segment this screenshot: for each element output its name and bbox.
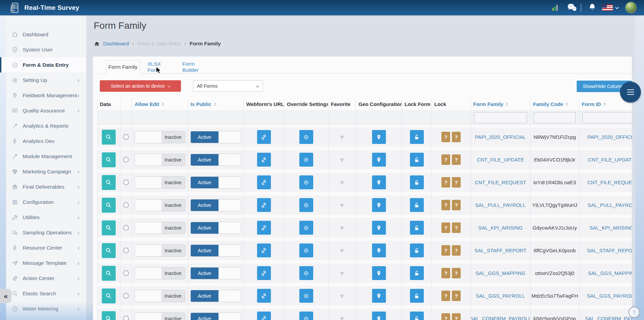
- sidebar-item-utilities[interactable]: Utilities‹: [0, 210, 86, 225]
- override-settings-button[interactable]: [299, 198, 313, 212]
- form-family-link[interactable]: PAPI_2020_OFFICIAL: [475, 134, 526, 140]
- allow-edit-toggle[interactable]: Inactive: [135, 290, 185, 302]
- form-family-link[interactable]: SAL_PULL_PAYROLL: [475, 202, 526, 208]
- allow-edit-toggle[interactable]: Inactive: [135, 244, 185, 257]
- favorite-heart-icon[interactable]: ♥: [340, 133, 344, 141]
- lock-question-button[interactable]: ?: [441, 268, 450, 278]
- override-settings-button[interactable]: [299, 175, 313, 189]
- is-public-toggle[interactable]: Active: [190, 131, 241, 143]
- row-select-radio[interactable]: [123, 202, 129, 208]
- favorite-heart-icon[interactable]: ♥: [340, 201, 344, 209]
- tab-xlsx-form[interactable]: XLSX Form: [147, 60, 171, 74]
- is-public-toggle[interactable]: Active: [190, 244, 241, 257]
- row-data-search-button[interactable]: [102, 243, 116, 258]
- geo-configuration-button[interactable]: [372, 266, 386, 280]
- allow-edit-toggle[interactable]: Inactive: [135, 199, 185, 211]
- geo-configuration-button[interactable]: [372, 153, 386, 167]
- lock-question-button[interactable]: ?: [441, 132, 450, 142]
- geo-configuration-button[interactable]: [372, 289, 386, 303]
- lock-form-button[interactable]: [410, 221, 424, 235]
- row-select-radio[interactable]: [123, 316, 129, 320]
- is-public-toggle[interactable]: Active: [190, 313, 241, 320]
- sidebar-item-marketing-campaign[interactable]: Marketing Campaign‹: [0, 164, 86, 179]
- webform-url-button[interactable]: [257, 175, 271, 189]
- lock-form-button[interactable]: [410, 312, 424, 320]
- override-settings-button[interactable]: [299, 243, 313, 257]
- forms-filter-select[interactable]: All Forms: [193, 80, 263, 92]
- lock-form-button[interactable]: [410, 266, 424, 280]
- favorite-heart-icon[interactable]: ♥: [340, 270, 344, 277]
- override-settings-button[interactable]: [299, 221, 313, 235]
- scroll-to-top-button[interactable]: ↑: [628, 306, 640, 318]
- lock-question-button[interactable]: ?: [452, 291, 461, 301]
- row-select-radio[interactable]: [123, 248, 129, 253]
- override-settings-button[interactable]: [299, 289, 313, 303]
- favorite-heart-icon[interactable]: ♥: [340, 156, 344, 163]
- sidebar-item-module-management[interactable]: Module Management: [0, 149, 86, 164]
- row-select-radio[interactable]: [123, 225, 129, 231]
- sidebar-item-sampling-operations[interactable]: Sampling Operations‹: [0, 225, 86, 240]
- row-select-radio[interactable]: [123, 179, 129, 185]
- form-family-link[interactable]: CNT_FILE_UPDATE: [477, 157, 524, 163]
- allow-edit-toggle[interactable]: Inactive: [135, 176, 185, 189]
- filter-input-form-id[interactable]: [582, 112, 632, 123]
- is-public-toggle[interactable]: Active: [190, 199, 241, 211]
- row-data-search-button[interactable]: [102, 175, 116, 190]
- webform-url-button[interactable]: [257, 198, 271, 212]
- row-data-search-button[interactable]: [102, 152, 116, 167]
- sidebar-item-final-deliverables[interactable]: Final Deliverables‹: [0, 179, 86, 194]
- row-select-radio[interactable]: [123, 157, 129, 163]
- form-family-link[interactable]: SAL_GGS_PAYROLL: [476, 293, 525, 299]
- lock-question-button[interactable]: ?: [441, 154, 450, 165]
- override-settings-button[interactable]: [299, 130, 313, 144]
- form-id-link[interactable]: CNT_FILE_REQUEST: [587, 179, 632, 185]
- form-id-link[interactable]: SAL_STAFF_REPORT: [587, 248, 632, 253]
- lock-question-button[interactable]: ?: [452, 222, 461, 233]
- is-public-toggle[interactable]: Active: [190, 222, 241, 234]
- form-id-link[interactable]: SAL_KPI_ARISING_: [589, 225, 632, 231]
- form-family-link[interactable]: SAL_KPI_ARISING: [478, 225, 523, 231]
- lock-question-button[interactable]: ?: [452, 313, 461, 320]
- lock-form-button[interactable]: [410, 243, 424, 257]
- lock-question-button[interactable]: ?: [452, 200, 461, 210]
- geo-configuration-button[interactable]: [372, 243, 386, 257]
- row-data-search-button[interactable]: [102, 220, 116, 235]
- webform-url-button[interactable]: [257, 130, 271, 144]
- lock-question-button[interactable]: ?: [441, 177, 450, 188]
- form-id-link[interactable]: SAL_CONFIRM_PAYRO: [585, 316, 632, 320]
- row-data-search-button[interactable]: [102, 289, 116, 303]
- geo-configuration-button[interactable]: [372, 198, 386, 212]
- row-data-search-button[interactable]: [102, 198, 116, 213]
- row-select-radio[interactable]: [123, 134, 129, 140]
- sidebar-item-setting-up[interactable]: Setting Up‹: [0, 72, 86, 88]
- geo-configuration-button[interactable]: [372, 130, 386, 144]
- allow-edit-toggle[interactable]: Inactive: [135, 222, 185, 234]
- is-public-toggle[interactable]: Active: [190, 267, 241, 279]
- row-select-radio[interactable]: [123, 293, 129, 299]
- filter-input-form-family[interactable]: [474, 112, 527, 123]
- sidebar-item-elastic-search[interactable]: Elastic Search‹: [0, 286, 86, 301]
- allow-edit-toggle[interactable]: Inactive: [135, 267, 185, 279]
- geo-configuration-button[interactable]: [372, 221, 386, 235]
- lock-question-button[interactable]: ?: [452, 177, 461, 188]
- form-family-link[interactable]: SAL_STAFF_REPORT: [475, 248, 527, 253]
- lock-form-button[interactable]: [410, 130, 424, 144]
- override-settings-button[interactable]: [299, 266, 313, 280]
- favorite-heart-icon[interactable]: ♥: [340, 224, 344, 231]
- form-family-link[interactable]: CNT_FILE_REQUEST: [475, 179, 526, 185]
- signal-bars-icon[interactable]: [552, 4, 559, 11]
- tab-form-builder[interactable]: Form Builder: [182, 60, 212, 74]
- row-data-search-button[interactable]: [102, 311, 116, 320]
- form-id-link[interactable]: CNT_FILE_UPDATE_: [588, 157, 632, 163]
- sidebar-item-fieldwork-management[interactable]: Fieldwork Management‹: [0, 88, 86, 103]
- row-data-search-button[interactable]: [102, 130, 116, 145]
- sidebar-item-form-data-entry[interactable]: Form & Data Entry: [0, 57, 86, 72]
- webform-url-button[interactable]: [257, 266, 271, 280]
- favorite-heart-icon[interactable]: ♥: [340, 315, 344, 320]
- allow-edit-toggle[interactable]: Inactive: [135, 154, 185, 166]
- lock-question-button[interactable]: ?: [452, 268, 461, 278]
- floating-menu-button[interactable]: [620, 82, 641, 103]
- breadcrumb-item-dashboard[interactable]: Dashboard: [103, 41, 129, 47]
- row-data-search-button[interactable]: [102, 266, 116, 281]
- sidebar-item-analytics-reports[interactable]: Analytics & Reports: [0, 118, 86, 133]
